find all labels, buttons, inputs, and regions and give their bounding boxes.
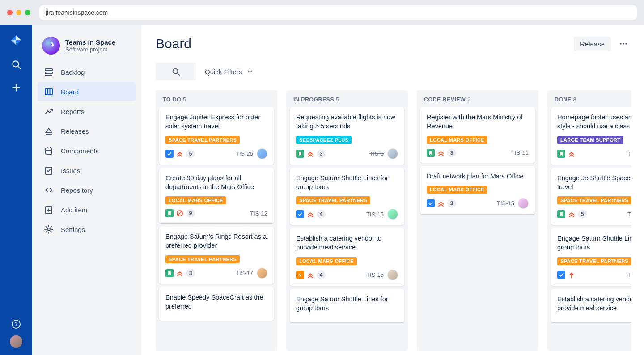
priority-icon: [176, 210, 183, 217]
assignee-avatar[interactable]: [257, 268, 267, 279]
issue-card[interactable]: Engage Saturn Shuttle Lines for group to…: [551, 228, 631, 286]
issue-card[interactable]: Engage Saturn Shuttle Lines for group to…: [290, 289, 404, 323]
assignee-avatar[interactable]: [518, 198, 529, 209]
sidebar-item-releases[interactable]: Releases: [38, 122, 136, 140]
card-title: Engage Saturn's Rings Resort as a prefer…: [165, 232, 267, 250]
issue-card[interactable]: Enable Speedy SpaceCraft as the preferre…: [159, 287, 274, 321]
sidebar-item-label: Components: [61, 147, 99, 155]
add-item-icon: [44, 205, 54, 215]
help-icon[interactable]: [11, 319, 21, 329]
column-header: IN PROGRESS 5: [290, 95, 404, 107]
global-create-icon[interactable]: [11, 82, 21, 93]
sidebar-item-label: Repository: [61, 186, 93, 194]
issue-type-icon: [165, 209, 174, 217]
card-tag: SPACE TRAVEL PARTNERS: [296, 196, 370, 204]
issue-card[interactable]: Homepage footer uses an inline style - s…: [551, 107, 631, 165]
issue-key: TIS-15: [366, 211, 384, 218]
issue-key: TIS-15: [627, 271, 631, 278]
column-header: CODE REVIEW 2: [420, 95, 535, 107]
assignee-avatar[interactable]: [387, 270, 398, 280]
repository-icon: [44, 185, 54, 195]
issue-key: TIS-12: [250, 210, 267, 217]
card-tag: SPACE TRAVEL PARTNERS: [165, 255, 240, 263]
column-done: DONE 8Homepage footer uses an inline sty…: [547, 90, 631, 351]
priority-icon: [307, 150, 314, 157]
project-name: Teams in Space: [65, 38, 115, 46]
card-tag: SEESPACEEZ PLUS: [296, 136, 352, 144]
sidebar-item-label: Backlog: [61, 68, 85, 76]
assignee-avatar[interactable]: [387, 148, 398, 159]
sidebar-item-add-item[interactable]: Add item: [38, 200, 136, 219]
chevron-down-icon: [246, 68, 254, 75]
issue-key: TIS-68: [627, 150, 631, 157]
issue-type-icon: [427, 149, 435, 157]
global-search-icon[interactable]: [11, 59, 21, 70]
story-points: 5: [186, 149, 195, 158]
global-nav-rail: [0, 25, 32, 355]
sidebar-item-label: Reports: [61, 108, 85, 115]
card-title: Engage Saturn Shuttle Lines for group to…: [296, 173, 398, 192]
project-header[interactable]: Teams in Space Software project: [38, 35, 136, 63]
issue-card[interactable]: Draft network plan for Mars OfficeLOCAL …: [420, 166, 535, 214]
sidebar-item-issues[interactable]: Issues: [38, 161, 136, 180]
card-tag: LOCAL MARS OFFICE: [296, 257, 357, 265]
current-user-avatar[interactable]: [10, 335, 22, 348]
issue-card[interactable]: Engage JetShuttle SpaceWays for travelSP…: [551, 168, 631, 225]
issue-card[interactable]: Register with the Mars Ministry of Reven…: [420, 107, 535, 163]
sidebar-item-repository[interactable]: Repository: [38, 181, 136, 199]
card-title: Register with the Mars Ministry of Reven…: [427, 113, 529, 131]
issue-card[interactable]: Engage Jupiter Express for outer solar s…: [159, 107, 274, 165]
issue-type-icon: [296, 271, 304, 279]
sidebar-item-settings[interactable]: Settings: [38, 220, 136, 239]
issue-type-icon: [557, 150, 565, 158]
assignee-avatar[interactable]: [257, 148, 267, 159]
issue-key: TIS-25: [236, 150, 253, 157]
issue-key: TIS-23: [627, 211, 631, 218]
close-window-icon[interactable]: [7, 10, 13, 15]
settings-icon: [44, 224, 54, 234]
column-header: TO DO 5: [159, 95, 274, 107]
issue-card[interactable]: Engage Saturn's Rings Resort as a prefer…: [159, 227, 274, 284]
story-points: 9: [186, 209, 195, 218]
issue-card[interactable]: Engage Saturn Shuttle Lines for group to…: [290, 168, 404, 225]
issue-card[interactable]: Establish a catering vendor to provide m…: [290, 228, 404, 286]
sidebar-item-label: Add item: [61, 206, 87, 214]
board-icon: [44, 87, 54, 97]
column-to-do: TO DO 5Engage Jupiter Express for outer …: [156, 90, 277, 351]
issue-card[interactable]: Create 90 day plans for all departments …: [159, 168, 274, 224]
sidebar-item-label: Issues: [61, 167, 80, 174]
issue-type-icon: [557, 210, 565, 218]
minimize-window-icon[interactable]: [16, 10, 21, 15]
assignee-avatar[interactable]: [387, 209, 398, 220]
card-title: Engage Saturn Shuttle Lines for group to…: [557, 234, 631, 252]
sidebar-item-label: Settings: [61, 226, 85, 233]
issue-card[interactable]: Establish a catering vendor to provide m…: [551, 289, 631, 323]
story-points: 4: [317, 270, 326, 279]
maximize-window-icon[interactable]: [25, 10, 30, 15]
sidebar-item-components[interactable]: Components: [38, 141, 136, 160]
issue-key: TIS-8: [369, 150, 384, 157]
card-tag: SPACE TRAVEL PARTNERS: [557, 257, 631, 265]
sidebar-item-backlog[interactable]: Backlog: [38, 63, 136, 81]
jira-logo-icon[interactable]: [10, 34, 22, 46]
release-button[interactable]: Release: [574, 37, 611, 51]
quick-filters-dropdown[interactable]: Quick Filters: [205, 68, 254, 76]
priority-icon: [307, 211, 314, 218]
card-title: Establish a catering vendor to provide m…: [557, 295, 631, 313]
issue-type-icon: [296, 210, 304, 218]
board-search-input[interactable]: [156, 63, 196, 80]
project-avatar-icon: [42, 37, 60, 55]
issues-icon: [44, 165, 54, 175]
card-title: Establish a catering vendor to provide m…: [296, 234, 398, 252]
card-title: Draft network plan for Mars Office: [427, 172, 529, 181]
components-icon: [44, 146, 54, 156]
issue-key: TIS-15: [366, 271, 384, 278]
sidebar-item-reports[interactable]: Reports: [38, 102, 136, 121]
sidebar-item-board[interactable]: Board: [38, 82, 136, 101]
issue-card[interactable]: Requesting available flights is now taki…: [290, 107, 404, 165]
page-title: Board: [156, 36, 191, 51]
more-actions-button[interactable]: [615, 36, 631, 52]
url-bar[interactable]: jira.teamsinspace.com: [39, 5, 637, 20]
board-main: Board Release Quick Filters TO DO 5Engag…: [141, 25, 644, 355]
issue-key: TIS-11: [511, 149, 529, 156]
